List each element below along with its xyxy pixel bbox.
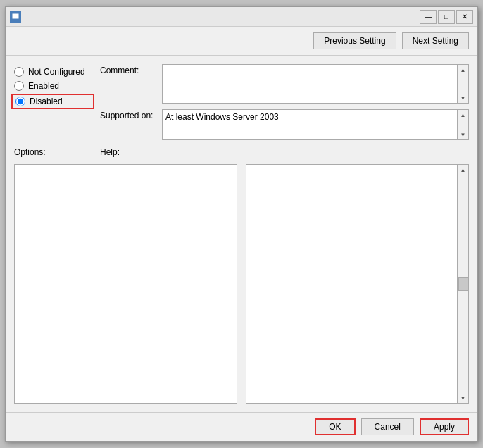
supported-row: Supported on: At least Windows Server 20…	[100, 109, 469, 140]
bottom-panels: ▲ ▼	[14, 164, 469, 404]
disabled-option[interactable]: Disabled	[11, 94, 94, 109]
supported-value: At least Windows Server 2003	[165, 112, 465, 122]
title-controls: — □ ✕	[420, 10, 473, 24]
middle-labels: Options: Help:	[14, 147, 469, 157]
title-bar: — □ ✕	[6, 7, 477, 27]
top-section: Not Configured Enabled Disabled Comment:	[14, 64, 469, 140]
options-label: Options:	[14, 147, 92, 157]
toolbar: Previous Setting Next Setting	[6, 27, 477, 56]
supported-scrollbar: ▲ ▼	[457, 110, 468, 139]
not-configured-label: Not Configured	[28, 67, 85, 77]
options-panel	[14, 164, 237, 404]
supported-field-wrapper: At least Windows Server 2003 ▲ ▼	[162, 109, 469, 140]
next-setting-button[interactable]: Next Setting	[402, 32, 469, 49]
window-icon	[10, 11, 21, 23]
disabled-radio[interactable]	[15, 97, 25, 106]
supported-scroll-down[interactable]: ▼	[458, 130, 468, 139]
help-scroll-down[interactable]: ▼	[458, 393, 468, 403]
comment-scrollbar: ▲ ▼	[457, 65, 468, 103]
comment-row: Comment: ▲ ▼	[100, 64, 469, 104]
comment-textarea-box: ▲ ▼	[162, 64, 469, 104]
svg-rect-0	[12, 13, 19, 19]
previous-setting-button[interactable]: Previous Setting	[313, 32, 396, 49]
cancel-button[interactable]: Cancel	[361, 418, 414, 435]
comment-label: Comment:	[100, 64, 156, 75]
enabled-radio[interactable]	[14, 81, 24, 91]
footer: OK Cancel Apply	[6, 412, 477, 441]
help-panel: ▲ ▼	[246, 164, 469, 404]
help-scroll-thumb[interactable]	[458, 277, 468, 291]
title-bar-left	[10, 11, 21, 23]
ok-button[interactable]: OK	[315, 418, 355, 435]
enabled-label: Enabled	[28, 81, 59, 91]
minimize-button[interactable]: —	[420, 10, 437, 24]
right-section: Comment: ▲ ▼ Supported on:	[100, 64, 469, 140]
supported-scroll-up[interactable]: ▲	[458, 110, 468, 120]
supported-label: Supported on:	[100, 109, 156, 120]
close-button[interactable]: ✕	[456, 10, 473, 24]
radio-group: Not Configured Enabled Disabled	[14, 64, 92, 140]
supported-field-box: At least Windows Server 2003 ▲ ▼	[162, 109, 469, 140]
maximize-button[interactable]: □	[438, 10, 455, 24]
comment-field-wrapper: ▲ ▼	[162, 64, 469, 104]
scroll-down-arrow[interactable]: ▼	[458, 93, 468, 103]
scroll-up-arrow[interactable]: ▲	[458, 65, 468, 75]
help-scrollbar: ▲ ▼	[457, 165, 468, 403]
not-configured-option[interactable]: Not Configured	[14, 67, 92, 77]
help-label: Help:	[100, 147, 120, 157]
not-configured-radio[interactable]	[14, 67, 24, 77]
disabled-label: Disabled	[30, 97, 63, 106]
main-window: — □ ✕ Previous Setting Next Setting Not …	[5, 6, 478, 442]
help-scroll-up[interactable]: ▲	[458, 165, 468, 175]
svg-rect-1	[12, 19, 19, 20]
content-area: Not Configured Enabled Disabled Comment:	[6, 56, 477, 412]
enabled-option[interactable]: Enabled	[14, 81, 92, 91]
apply-button[interactable]: Apply	[420, 418, 469, 435]
